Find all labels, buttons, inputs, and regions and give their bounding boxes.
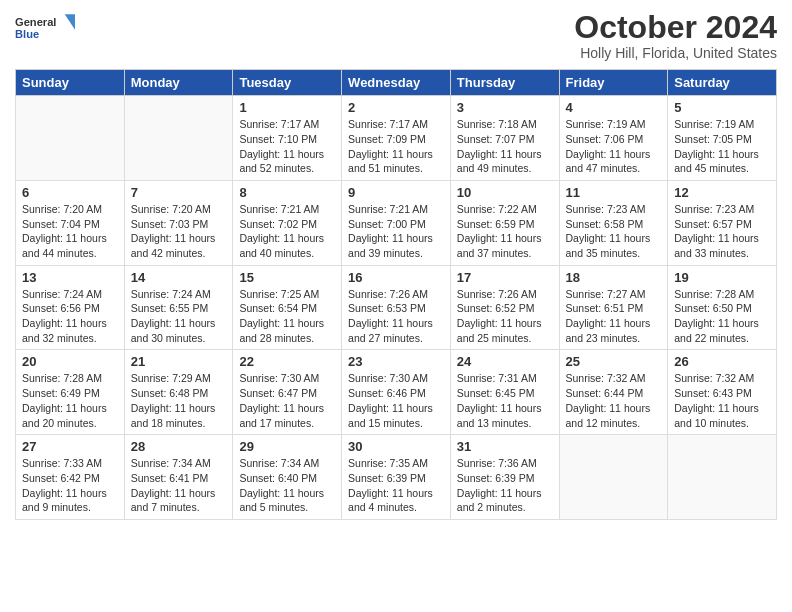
col-friday: Friday [559,70,668,96]
day-number: 15 [239,270,335,285]
day-info: Sunrise: 7:21 AM Sunset: 7:00 PM Dayligh… [348,202,444,261]
day-number: 23 [348,354,444,369]
day-number: 8 [239,185,335,200]
svg-marker-2 [65,14,75,29]
day-info: Sunrise: 7:22 AM Sunset: 6:59 PM Dayligh… [457,202,553,261]
calendar-week-row: 13Sunrise: 7:24 AM Sunset: 6:56 PM Dayli… [16,265,777,350]
day-info: Sunrise: 7:27 AM Sunset: 6:51 PM Dayligh… [566,287,662,346]
svg-text:Blue: Blue [15,28,39,40]
table-row: 12Sunrise: 7:23 AM Sunset: 6:57 PM Dayli… [668,180,777,265]
day-info: Sunrise: 7:19 AM Sunset: 7:06 PM Dayligh… [566,117,662,176]
table-row: 13Sunrise: 7:24 AM Sunset: 6:56 PM Dayli… [16,265,125,350]
day-info: Sunrise: 7:23 AM Sunset: 6:58 PM Dayligh… [566,202,662,261]
table-row: 31Sunrise: 7:36 AM Sunset: 6:39 PM Dayli… [450,435,559,520]
calendar-week-row: 20Sunrise: 7:28 AM Sunset: 6:49 PM Dayli… [16,350,777,435]
title-area: October 2024 Holly Hill, Florida, United… [574,10,777,61]
table-row: 4Sunrise: 7:19 AM Sunset: 7:06 PM Daylig… [559,96,668,181]
table-row: 8Sunrise: 7:21 AM Sunset: 7:02 PM Daylig… [233,180,342,265]
day-info: Sunrise: 7:23 AM Sunset: 6:57 PM Dayligh… [674,202,770,261]
day-info: Sunrise: 7:20 AM Sunset: 7:03 PM Dayligh… [131,202,227,261]
day-info: Sunrise: 7:24 AM Sunset: 6:55 PM Dayligh… [131,287,227,346]
day-info: Sunrise: 7:32 AM Sunset: 6:43 PM Dayligh… [674,371,770,430]
table-row: 10Sunrise: 7:22 AM Sunset: 6:59 PM Dayli… [450,180,559,265]
col-wednesday: Wednesday [342,70,451,96]
day-info: Sunrise: 7:19 AM Sunset: 7:05 PM Dayligh… [674,117,770,176]
day-number: 25 [566,354,662,369]
day-info: Sunrise: 7:33 AM Sunset: 6:42 PM Dayligh… [22,456,118,515]
table-row: 7Sunrise: 7:20 AM Sunset: 7:03 PM Daylig… [124,180,233,265]
day-number: 14 [131,270,227,285]
day-info: Sunrise: 7:32 AM Sunset: 6:44 PM Dayligh… [566,371,662,430]
day-info: Sunrise: 7:18 AM Sunset: 7:07 PM Dayligh… [457,117,553,176]
day-info: Sunrise: 7:35 AM Sunset: 6:39 PM Dayligh… [348,456,444,515]
calendar: Sunday Monday Tuesday Wednesday Thursday… [15,69,777,520]
table-row: 28Sunrise: 7:34 AM Sunset: 6:41 PM Dayli… [124,435,233,520]
col-monday: Monday [124,70,233,96]
day-number: 11 [566,185,662,200]
day-info: Sunrise: 7:24 AM Sunset: 6:56 PM Dayligh… [22,287,118,346]
day-number: 20 [22,354,118,369]
table-row: 19Sunrise: 7:28 AM Sunset: 6:50 PM Dayli… [668,265,777,350]
day-number: 18 [566,270,662,285]
day-info: Sunrise: 7:28 AM Sunset: 6:50 PM Dayligh… [674,287,770,346]
table-row: 23Sunrise: 7:30 AM Sunset: 6:46 PM Dayli… [342,350,451,435]
day-info: Sunrise: 7:17 AM Sunset: 7:09 PM Dayligh… [348,117,444,176]
day-number: 3 [457,100,553,115]
day-number: 27 [22,439,118,454]
table-row: 21Sunrise: 7:29 AM Sunset: 6:48 PM Dayli… [124,350,233,435]
table-row: 9Sunrise: 7:21 AM Sunset: 7:00 PM Daylig… [342,180,451,265]
day-number: 26 [674,354,770,369]
svg-text:General: General [15,16,56,28]
table-row: 27Sunrise: 7:33 AM Sunset: 6:42 PM Dayli… [16,435,125,520]
day-info: Sunrise: 7:25 AM Sunset: 6:54 PM Dayligh… [239,287,335,346]
day-info: Sunrise: 7:26 AM Sunset: 6:52 PM Dayligh… [457,287,553,346]
month-title: October 2024 [574,10,777,45]
day-number: 1 [239,100,335,115]
table-row: 16Sunrise: 7:26 AM Sunset: 6:53 PM Dayli… [342,265,451,350]
table-row: 1Sunrise: 7:17 AM Sunset: 7:10 PM Daylig… [233,96,342,181]
calendar-week-row: 1Sunrise: 7:17 AM Sunset: 7:10 PM Daylig… [16,96,777,181]
table-row: 24Sunrise: 7:31 AM Sunset: 6:45 PM Dayli… [450,350,559,435]
table-row: 3Sunrise: 7:18 AM Sunset: 7:07 PM Daylig… [450,96,559,181]
day-number: 10 [457,185,553,200]
day-number: 6 [22,185,118,200]
day-number: 30 [348,439,444,454]
table-row: 15Sunrise: 7:25 AM Sunset: 6:54 PM Dayli… [233,265,342,350]
table-row: 14Sunrise: 7:24 AM Sunset: 6:55 PM Dayli… [124,265,233,350]
table-row: 30Sunrise: 7:35 AM Sunset: 6:39 PM Dayli… [342,435,451,520]
day-info: Sunrise: 7:28 AM Sunset: 6:49 PM Dayligh… [22,371,118,430]
day-info: Sunrise: 7:36 AM Sunset: 6:39 PM Dayligh… [457,456,553,515]
table-row: 2Sunrise: 7:17 AM Sunset: 7:09 PM Daylig… [342,96,451,181]
col-thursday: Thursday [450,70,559,96]
day-number: 13 [22,270,118,285]
table-row: 29Sunrise: 7:34 AM Sunset: 6:40 PM Dayli… [233,435,342,520]
day-number: 19 [674,270,770,285]
table-row [668,435,777,520]
table-row: 26Sunrise: 7:32 AM Sunset: 6:43 PM Dayli… [668,350,777,435]
table-row: 11Sunrise: 7:23 AM Sunset: 6:58 PM Dayli… [559,180,668,265]
calendar-week-row: 27Sunrise: 7:33 AM Sunset: 6:42 PM Dayli… [16,435,777,520]
table-row: 22Sunrise: 7:30 AM Sunset: 6:47 PM Dayli… [233,350,342,435]
day-number: 29 [239,439,335,454]
col-tuesday: Tuesday [233,70,342,96]
day-info: Sunrise: 7:34 AM Sunset: 6:40 PM Dayligh… [239,456,335,515]
day-number: 28 [131,439,227,454]
day-number: 7 [131,185,227,200]
day-number: 2 [348,100,444,115]
day-info: Sunrise: 7:21 AM Sunset: 7:02 PM Dayligh… [239,202,335,261]
day-info: Sunrise: 7:34 AM Sunset: 6:41 PM Dayligh… [131,456,227,515]
day-info: Sunrise: 7:17 AM Sunset: 7:10 PM Dayligh… [239,117,335,176]
day-info: Sunrise: 7:20 AM Sunset: 7:04 PM Dayligh… [22,202,118,261]
day-info: Sunrise: 7:31 AM Sunset: 6:45 PM Dayligh… [457,371,553,430]
day-info: Sunrise: 7:30 AM Sunset: 6:46 PM Dayligh… [348,371,444,430]
table-row: 17Sunrise: 7:26 AM Sunset: 6:52 PM Dayli… [450,265,559,350]
logo-svg: General Blue [15,10,75,46]
table-row: 25Sunrise: 7:32 AM Sunset: 6:44 PM Dayli… [559,350,668,435]
day-info: Sunrise: 7:29 AM Sunset: 6:48 PM Dayligh… [131,371,227,430]
day-number: 21 [131,354,227,369]
day-number: 9 [348,185,444,200]
table-row: 18Sunrise: 7:27 AM Sunset: 6:51 PM Dayli… [559,265,668,350]
logo: General Blue [15,10,75,46]
calendar-header-row: Sunday Monday Tuesday Wednesday Thursday… [16,70,777,96]
day-number: 24 [457,354,553,369]
